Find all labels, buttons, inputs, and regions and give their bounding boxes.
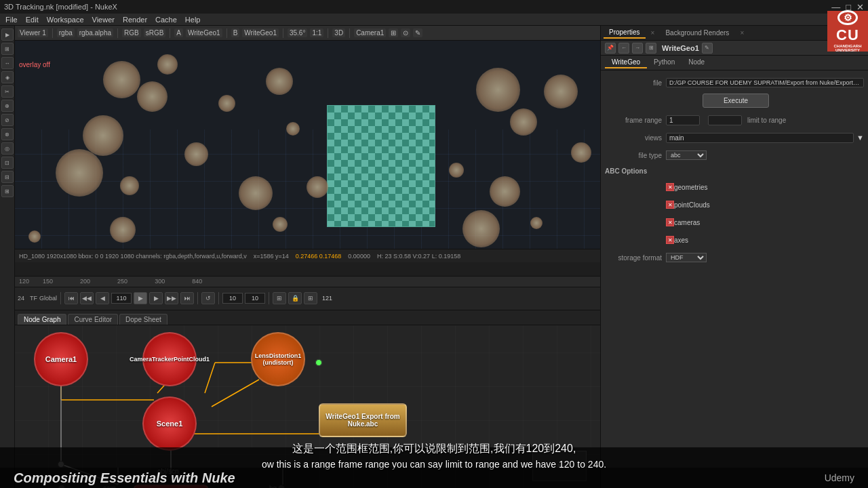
tab-dope-sheet[interactable]: Dope Sheet [119, 314, 167, 325]
view-3d[interactable]: 3D [332, 28, 345, 37]
menubar: File Edit Workspace Viewer Render Cache … [0, 14, 868, 26]
toolbar-btn-10[interactable]: ⊡ [1, 157, 14, 169]
tl-goto-end[interactable]: ⏭ [180, 292, 194, 304]
tl-lock-btn[interactable]: 🔒 [288, 292, 302, 304]
check-cameras-box[interactable]: ✕ [666, 218, 674, 226]
file-value[interactable]: D:/GP COURSE FOR UDEMY SUPRATIM/Export f… [666, 78, 864, 87]
colorspace-rgb[interactable]: RGB [122, 28, 141, 37]
storage-format-select[interactable]: HDF Ogawa [666, 253, 707, 262]
frame-start[interactable] [222, 293, 243, 304]
status-values: 0.27466 0.17468 [296, 253, 342, 260]
ruler-300: 300 [155, 278, 165, 285]
status-coords: x=1586 y=14 [254, 253, 289, 260]
toolbar-btn-12[interactable]: ⊞ [1, 185, 14, 197]
ruler-840: 840 [192, 278, 202, 285]
gamma-select[interactable]: sRGB [144, 28, 166, 37]
menu-viewer[interactable]: Viewer [92, 16, 115, 24]
execute-button[interactable]: Execute [703, 94, 769, 108]
views-label: views [605, 134, 666, 142]
toolbar-btn-3[interactable]: ↔ [1, 57, 14, 69]
toolbar-btn-5[interactable]: ✂ [1, 85, 14, 98]
file-type-select[interactable]: abc fbx obj [666, 150, 707, 160]
tl-cache-btn[interactable]: ⊞ [273, 292, 286, 304]
udemy-label: Udemy [825, 472, 854, 483]
writegeo-a[interactable]: WriteGeo1 [186, 28, 222, 37]
tl-sep4 [269, 292, 269, 304]
props-pencil-btn[interactable]: ✎ [702, 43, 713, 54]
particle [571, 142, 591, 163]
menu-workspace[interactable]: Workspace [47, 16, 84, 24]
menu-render[interactable]: Render [123, 16, 147, 24]
channel-alpha[interactable]: rgba.alpha [77, 28, 113, 37]
tl-next-frame[interactable]: ▶▶ [165, 292, 178, 304]
ratio[interactable]: 1:1 [310, 28, 323, 37]
rp-tab-properties[interactable]: Properties [604, 27, 646, 39]
file-type-label: file type [605, 152, 666, 159]
channel-select[interactable]: rgba [57, 28, 75, 37]
camera-select[interactable]: Camera1 [354, 28, 386, 37]
toolbar-btn-1[interactable]: ▶ [1, 28, 14, 41]
tf-label: TF [30, 295, 37, 302]
zoom-level[interactable]: 35.6° [288, 28, 307, 37]
toolbar-btn-6[interactable]: ⊕ [1, 100, 14, 112]
sep5 [283, 28, 283, 38]
viewer-tab[interactable]: Viewer 1 [18, 28, 48, 37]
check-axes-box[interactable]: ✕ [666, 236, 674, 244]
views-value[interactable] [666, 133, 854, 143]
particle [476, 68, 520, 112]
tab-node-graph[interactable]: Node Graph [18, 314, 66, 325]
file-row: file D:/GP COURSE FOR UDEMY SUPRATIM/Exp… [605, 76, 864, 89]
status-res: HD_1080 1920x1080 bbox: 0 0 1920 1080 ch… [19, 253, 247, 260]
wg-tab-writegeo[interactable]: WriteGeo [605, 57, 647, 68]
particle [239, 176, 273, 210]
node-camera1[interactable]: Camera1 [34, 332, 88, 386]
frame-input[interactable] [111, 293, 132, 304]
frame-range-start[interactable] [666, 115, 700, 125]
viewer-tool-1[interactable]: ⊞ [389, 28, 398, 37]
tl-play[interactable]: ▶ [134, 292, 147, 304]
menu-edit[interactable]: Edit [26, 16, 39, 24]
menu-cache[interactable]: Cache [155, 16, 177, 24]
check-cameras: ✕ cameras [666, 216, 864, 229]
props-arrow-btn[interactable]: ← [618, 43, 629, 54]
check-geometries-box[interactable]: ✕ [666, 183, 674, 191]
frame-range-end[interactable] [708, 115, 742, 125]
subtitle-bar: 这是一个范围框范围,你可以说限制到范围,我们有120到240, ow this … [0, 447, 868, 488]
toolbar-btn-11[interactable]: ⊟ [1, 171, 14, 183]
check-pointclouds-box[interactable]: ✕ [666, 201, 674, 209]
particle [530, 217, 542, 229]
toolbar-btn-2[interactable]: ⊞ [1, 43, 14, 55]
wg-tab-python[interactable]: Python [647, 57, 682, 68]
tl-step-fwd[interactable]: ▶ [149, 292, 163, 304]
views-dropdown-icon[interactable]: ▼ [856, 134, 864, 142]
status-frame: H: 23 S:0.58 V:0.27 L: 0.19158 [377, 253, 460, 260]
wg-tab-node[interactable]: Node [682, 57, 711, 68]
tl-loop[interactable]: ↺ [201, 292, 215, 304]
tl-prev-frame[interactable]: ◀◀ [80, 292, 94, 304]
writegeo-b[interactable]: WriteGeo1 [242, 28, 279, 37]
particle [28, 230, 41, 243]
toolbar-btn-8[interactable]: ⊗ [1, 128, 14, 140]
check-geometries: ✕ geometries [666, 180, 864, 194]
props-expand-btn[interactable]: ⊞ [646, 43, 656, 54]
props-arrow-btn2[interactable]: → [632, 43, 643, 54]
frame-end[interactable] [245, 293, 265, 304]
tab-curve-editor[interactable]: Curve Editor [68, 314, 118, 325]
viewer-tool-2[interactable]: ⊙ [401, 28, 410, 37]
tl-step-back[interactable]: ◀ [96, 292, 109, 304]
menu-help[interactable]: Help [185, 16, 201, 24]
node-camera-tracker[interactable]: CameraTrackerPointCloud1 [142, 332, 197, 386]
menu-file[interactable]: File [5, 16, 18, 24]
node-lens-distortion[interactable]: LensDistortion1 (undistort) [251, 332, 305, 386]
viewer-panel: Viewer 1 rgba rgba.alpha RGB sRGB A Writ… [15, 26, 600, 277]
rp-tab-bg-renders[interactable]: Background Renders [660, 28, 734, 38]
tl-more-btn[interactable]: ⊞ [304, 292, 317, 304]
toolbar-btn-4[interactable]: ◈ [1, 71, 14, 83]
viewport-3d[interactable]: overlay off HD_1080 1920x1080 bbox: 0 0 … [15, 41, 600, 262]
props-pin-btn[interactable]: 📌 [605, 43, 616, 54]
tl-goto-start[interactable]: ⏮ [64, 292, 78, 304]
viewer-tool-3[interactable]: ✎ [413, 28, 422, 37]
node-writegeo1[interactable]: WriteGeo1 Export from Nuke.abc [319, 403, 407, 437]
toolbar-btn-7[interactable]: ⊘ [1, 114, 14, 126]
toolbar-btn-9[interactable]: ◎ [1, 142, 14, 155]
